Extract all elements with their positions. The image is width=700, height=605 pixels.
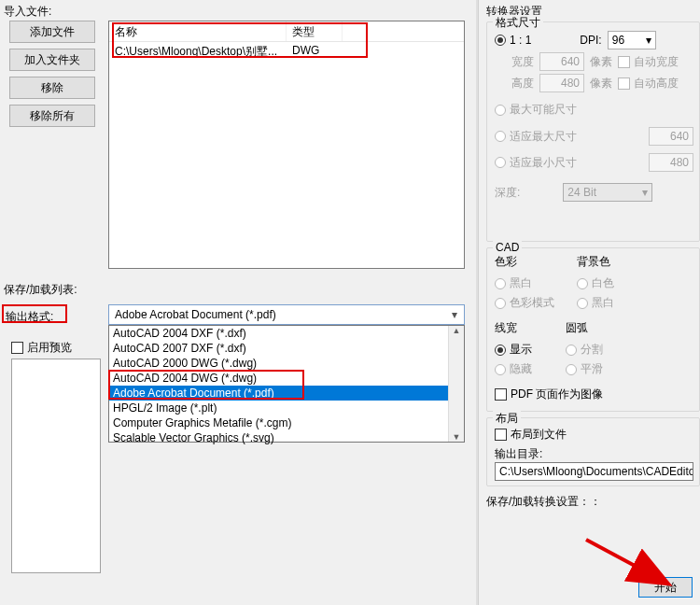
dpi-label: DPI:	[580, 34, 601, 47]
table-row[interactable]: C:\Users\Mloong\Desktop\别墅... DWG	[109, 42, 464, 61]
height-input: 480	[539, 74, 584, 92]
col-header-type[interactable]: 类型	[287, 21, 343, 41]
radio-fit-max[interactable]: 适应最大尺寸	[495, 129, 577, 145]
list-item[interactable]: Scalable Vector Graphics (*.svg)	[109, 430, 448, 445]
col-header-name[interactable]: 名称	[109, 21, 287, 41]
scroll-down-icon[interactable]: ▼	[453, 432, 461, 442]
radio-color-mode[interactable]: 色彩模式	[495, 295, 554, 311]
radio-fit-min[interactable]: 适应最小尺寸	[495, 155, 577, 171]
output-dir-label: 输出目录:	[495, 446, 693, 462]
radio-1to1[interactable]: 1 : 1	[495, 34, 531, 47]
file-type-cell: DWG	[287, 42, 343, 61]
arc-head: 圆弧	[566, 320, 603, 336]
enable-preview-checkbox[interactable]: 启用预览	[11, 340, 72, 356]
add-file-button[interactable]: 添加文件	[9, 21, 95, 43]
radio-bg-white[interactable]: 白色	[577, 275, 614, 291]
linewidth-head: 线宽	[495, 320, 532, 336]
width-label: 宽度	[511, 54, 534, 70]
preview-pane	[11, 359, 101, 573]
radio-max-possible[interactable]: 最大可能尺寸	[495, 102, 577, 118]
save-convert-settings-label: 保存/加载转换设置：：	[486, 494, 700, 510]
dpi-select[interactable]: 96▾	[608, 31, 656, 49]
list-item[interactable]: Computer Graphics Metafile (*.cgm)	[109, 415, 448, 430]
color-head: 色彩	[495, 254, 554, 270]
list-item[interactable]: HPGL/2 Image (*.plt)	[109, 401, 448, 415]
group-legend-format-size: 格式尺寸	[493, 15, 543, 31]
remove-all-button[interactable]: 移除所有	[9, 105, 95, 127]
annotation-box	[2, 304, 67, 323]
fit-max-input: 640	[649, 127, 693, 146]
file-path-cell: C:\Users\Mloong\Desktop\别墅...	[109, 42, 287, 61]
pixels-label: 像素	[590, 76, 612, 91]
output-format-listbox[interactable]: AutoCAD 2004 DXF (*.dxf)AutoCAD 2007 DXF…	[108, 325, 465, 443]
chevron-down-icon: ▾	[447, 307, 462, 322]
list-item[interactable]: AutoCAD 2000 DWG (*.dwg)	[109, 356, 448, 371]
scroll-up-icon[interactable]: ▲	[453, 326, 461, 335]
list-item[interactable]: AutoCAD 2007 DXF (*.dxf)	[109, 341, 448, 356]
width-input: 640	[539, 52, 584, 71]
radio-lw-hide[interactable]: 隐藏	[495, 361, 532, 377]
auto-height-checkbox: 自动高度	[618, 76, 679, 91]
chevron-down-icon: ▾	[642, 186, 648, 199]
add-folder-button[interactable]: 加入文件夹	[9, 49, 95, 71]
pdf-as-image-checkbox[interactable]: PDF 页面作为图像	[495, 387, 603, 402]
remove-button[interactable]: 移除	[9, 77, 95, 99]
radio-lw-show[interactable]: 显示	[495, 342, 532, 358]
chevron-down-icon: ▾	[646, 34, 651, 47]
save-load-list-label: 保存/加载列表:	[4, 282, 77, 298]
output-format-dropdown[interactable]: Adobe Acrobat Document (*.pdf) ▾	[108, 304, 465, 325]
height-label: 高度	[511, 76, 534, 91]
group-legend-cad: CAD	[493, 241, 522, 254]
radio-color-bw[interactable]: 黑白	[495, 275, 554, 291]
radio-bg-black[interactable]: 黑白	[577, 295, 614, 311]
dropdown-selected-text: Adobe Acrobat Document (*.pdf)	[115, 308, 276, 321]
output-dir-input[interactable]: C:\Users\Mloong\Documents\CADEditor	[495, 462, 693, 481]
scrollbar[interactable]: ▲ ▼	[448, 326, 464, 442]
radio-arc-split[interactable]: 分割	[566, 342, 603, 358]
list-item[interactable]: Adobe Acrobat Document (*.pdf)	[109, 386, 448, 401]
group-legend-layout: 布局	[493, 411, 521, 427]
checkbox-icon	[11, 342, 23, 354]
depth-select: 24 Bit▾	[563, 183, 652, 202]
enable-preview-label: 启用预览	[27, 340, 72, 356]
radio-arc-smooth[interactable]: 平滑	[566, 361, 603, 377]
bgcolor-head: 背景色	[577, 254, 614, 270]
import-files-label: 导入文件:	[4, 4, 51, 20]
file-list[interactable]: 名称 类型 C:\Users\Mloong\Desktop\别墅... DWG	[108, 21, 465, 269]
list-item[interactable]: AutoCAD 2004 DXF (*.dxf)	[109, 326, 448, 341]
pixels-label: 像素	[590, 54, 612, 70]
layout-to-file-checkbox[interactable]: 布局到文件	[495, 427, 567, 443]
depth-label: 深度:	[495, 185, 520, 201]
start-button[interactable]: 开始	[638, 577, 693, 598]
file-list-header: 名称 类型	[109, 21, 464, 42]
auto-width-checkbox: 自动宽度	[618, 54, 679, 70]
fit-min-input: 480	[649, 153, 693, 172]
list-item[interactable]: AutoCAD 2004 DWG (*.dwg)	[109, 371, 448, 386]
